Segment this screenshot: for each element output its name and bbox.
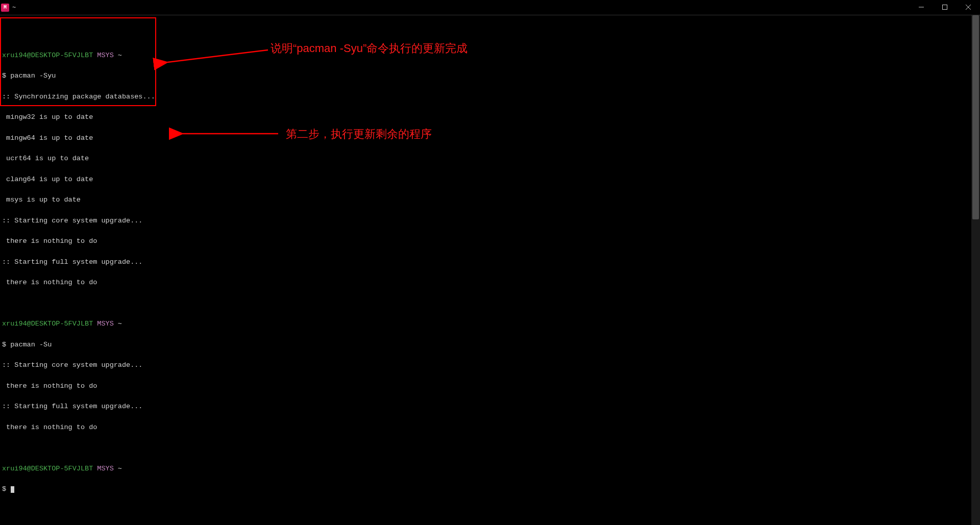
scrollbar-vertical[interactable] (971, 15, 980, 525)
output-line: ucrt64 is up to date (2, 155, 971, 162)
prompt-env: MSYS (97, 465, 113, 472)
prompt-path: ~ (118, 465, 122, 472)
command-line: $ pacman -Syu (2, 72, 971, 80)
terminal-blank-line (2, 300, 971, 307)
minimize-button[interactable] (910, 0, 933, 15)
output-line: mingw64 is up to date (2, 135, 971, 142)
prompt-user: xrui94@DESKTOP-5FVJLBT (2, 465, 93, 472)
cursor (11, 486, 14, 493)
output-line: :: Starting full system upgrade... (2, 259, 971, 266)
command-text: pacman -Syu (10, 72, 56, 80)
output-line: :: Starting core system upgrade... (2, 217, 971, 224)
output-line: :: Starting core system upgrade... (2, 362, 971, 369)
maximize-button[interactable] (933, 0, 957, 15)
prompt-symbol: $ (2, 341, 6, 348)
terminal-blank-line (2, 31, 971, 38)
prompt-env: MSYS (97, 320, 113, 328)
titlebar: M ~ (0, 0, 980, 15)
prompt-env: MSYS (97, 52, 113, 59)
prompt-line: xrui94@DESKTOP-5FVJLBT MSYS ~ (2, 465, 971, 472)
output-line: :: Synchronizing package databases... (2, 93, 971, 101)
command-line: $ pacman -Su (2, 341, 971, 348)
prompt-line: xrui94@DESKTOP-5FVJLBT MSYS ~ (2, 52, 971, 59)
output-line: :: Starting full system upgrade... (2, 403, 971, 410)
maximize-icon (942, 3, 947, 12)
command-line: $ (2, 486, 971, 493)
terminal-blank-line (2, 444, 971, 452)
window-controls (910, 0, 980, 15)
prompt-line: xrui94@DESKTOP-5FVJLBT MSYS ~ (2, 320, 971, 328)
terminal-content: xrui94@DESKTOP-5FVJLBT MSYS ~ $ pacman -… (2, 17, 971, 525)
svg-rect-1 (943, 5, 947, 9)
window-title: ~ (12, 4, 16, 11)
output-line: there is nothing to do (2, 424, 971, 431)
output-line: there is nothing to do (2, 383, 971, 390)
prompt-symbol: $ (2, 72, 6, 80)
close-button[interactable] (957, 0, 980, 15)
app-icon: M (1, 4, 9, 12)
prompt-path: ~ (118, 52, 122, 59)
prompt-symbol: $ (2, 485, 6, 493)
scrollbar-thumb[interactable] (972, 15, 979, 219)
command-text: pacman -Su (10, 341, 52, 348)
output-line: there is nothing to do (2, 238, 971, 245)
prompt-path: ~ (118, 320, 122, 328)
prompt-user: xrui94@DESKTOP-5FVJLBT (2, 52, 93, 59)
output-line: mingw32 is up to date (2, 114, 971, 121)
terminal-area[interactable]: xrui94@DESKTOP-5FVJLBT MSYS ~ $ pacman -… (0, 15, 980, 525)
close-icon (966, 3, 971, 12)
minimize-icon (919, 3, 924, 12)
output-line: msys is up to date (2, 196, 971, 204)
output-line: there is nothing to do (2, 279, 971, 286)
titlebar-left: M ~ (0, 0, 16, 15)
output-line: clang64 is up to date (2, 176, 971, 183)
prompt-user: xrui94@DESKTOP-5FVJLBT (2, 320, 93, 328)
